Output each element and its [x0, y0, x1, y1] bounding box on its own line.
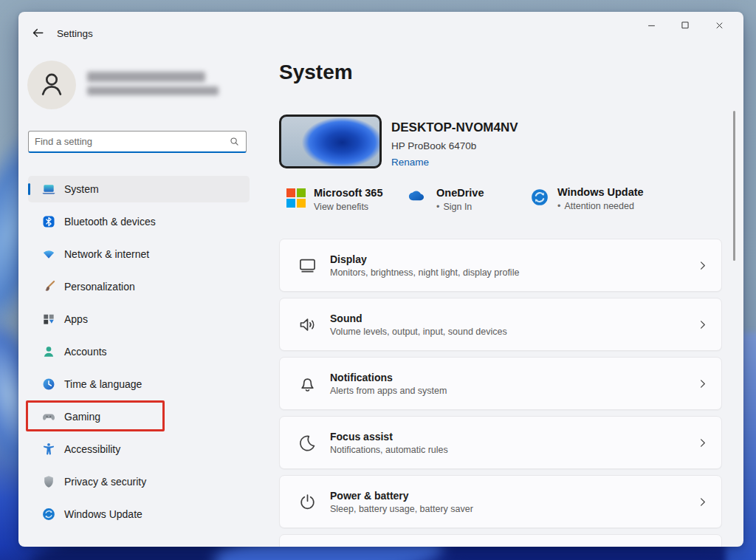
speaker-icon	[298, 315, 317, 335]
shield-icon	[41, 474, 56, 489]
minimize-icon	[646, 20, 657, 34]
sidebar-item-privacy-security[interactable]: Privacy & security	[28, 468, 250, 495]
moon-icon	[298, 433, 317, 453]
bell-icon	[298, 374, 317, 394]
sign-in-link[interactable]: •Sign In	[436, 202, 484, 212]
sidebar-item-gaming[interactable]: Gaming	[28, 403, 250, 430]
microsoft-logo-icon	[286, 188, 306, 208]
accessibility-person-icon	[41, 442, 56, 457]
view-benefits-link[interactable]: View benefits	[314, 202, 382, 212]
page-title: System	[279, 61, 353, 84]
settings-card-sound[interactable]: Sound Volume levels, output, input, soun…	[279, 298, 722, 351]
person-outline-icon	[35, 66, 69, 103]
windows-update-badge-icon	[530, 188, 549, 207]
desktop-background: Settings	[0, 0, 756, 560]
chevron-right-icon	[697, 496, 708, 508]
onedrive-cloud-icon	[408, 188, 428, 202]
search-icon	[225, 136, 243, 147]
quicklink-onedrive[interactable]: OneDrive •Sign In	[408, 187, 484, 212]
wifi-icon	[41, 247, 56, 262]
close-icon	[714, 20, 725, 34]
settings-card-display[interactable]: Display Monitors, brightness, night ligh…	[279, 239, 722, 292]
chevron-right-icon	[697, 378, 708, 389]
clock-icon	[41, 377, 56, 392]
system-icon	[41, 182, 56, 197]
window-title: Settings	[57, 28, 93, 39]
device-wallpaper-thumbnail	[279, 115, 382, 168]
device-name: DESKTOP-NVOM4NV	[391, 120, 518, 135]
paint-brush-icon	[41, 279, 56, 294]
sidebar-item-accessibility[interactable]: Accessibility	[28, 436, 250, 462]
settings-card-power-battery[interactable]: Power & battery Sleep, battery usage, ba…	[279, 475, 722, 528]
redacted-account-name	[87, 72, 205, 82]
search-box	[28, 131, 247, 153]
chevron-right-icon	[697, 437, 708, 448]
scrollbar-thumb[interactable]	[733, 111, 735, 261]
selected-indicator	[28, 183, 30, 195]
back-arrow-icon	[31, 26, 45, 43]
sidebar-nav: System Bluetooth & devices Network & int…	[28, 176, 250, 533]
settings-card-list: Display Monitors, brightness, night ligh…	[279, 239, 722, 547]
device-model: HP ProBook 6470b	[391, 140, 476, 151]
sidebar-item-bluetooth-devices[interactable]: Bluetooth & devices	[28, 208, 250, 235]
sidebar-item-system[interactable]: System	[28, 176, 250, 202]
quicklink-windows-update[interactable]: Windows Update •Attention needed	[530, 186, 644, 211]
maximize-icon	[680, 20, 690, 33]
chevron-right-icon	[697, 260, 708, 271]
chevron-right-icon	[697, 319, 708, 330]
close-button[interactable]	[702, 15, 736, 38]
window-controls	[634, 15, 736, 38]
display-icon	[298, 256, 317, 276]
maximize-button[interactable]	[668, 15, 702, 38]
sidebar-item-personalization[interactable]: Personalization	[28, 273, 250, 300]
update-sync-icon	[41, 507, 56, 522]
redacted-account-email	[87, 86, 219, 95]
quicklink-microsoft-365[interactable]: Microsoft 365 View benefits	[286, 187, 382, 212]
settings-card-partial[interactable]	[279, 534, 722, 547]
rename-link[interactable]: Rename	[391, 157, 429, 168]
person-icon	[41, 344, 56, 359]
settings-window: Settings	[18, 12, 743, 547]
settings-card-focus-assist[interactable]: Focus assist Notifications, automatic ru…	[279, 416, 722, 469]
back-button[interactable]	[30, 26, 46, 42]
sidebar-item-apps[interactable]: Apps	[28, 306, 250, 332]
game-controller-icon	[41, 409, 56, 424]
attention-needed-status: •Attention needed	[557, 201, 644, 211]
sidebar-item-network-internet[interactable]: Network & internet	[28, 241, 250, 267]
settings-card-notifications[interactable]: Notifications Alerts from apps and syste…	[279, 357, 722, 410]
apps-grid-icon	[41, 312, 56, 327]
sidebar-item-windows-update[interactable]: Windows Update	[28, 501, 250, 527]
sidebar-item-accounts[interactable]: Accounts	[28, 338, 250, 365]
status-bullet: •	[557, 201, 560, 211]
status-bullet: •	[436, 202, 439, 212]
search-input[interactable]	[29, 136, 225, 147]
avatar[interactable]	[27, 61, 76, 109]
sidebar-item-time-language[interactable]: Time & language	[28, 371, 250, 397]
power-icon	[298, 492, 317, 512]
minimize-button[interactable]	[634, 15, 668, 38]
bluetooth-icon	[41, 214, 56, 229]
